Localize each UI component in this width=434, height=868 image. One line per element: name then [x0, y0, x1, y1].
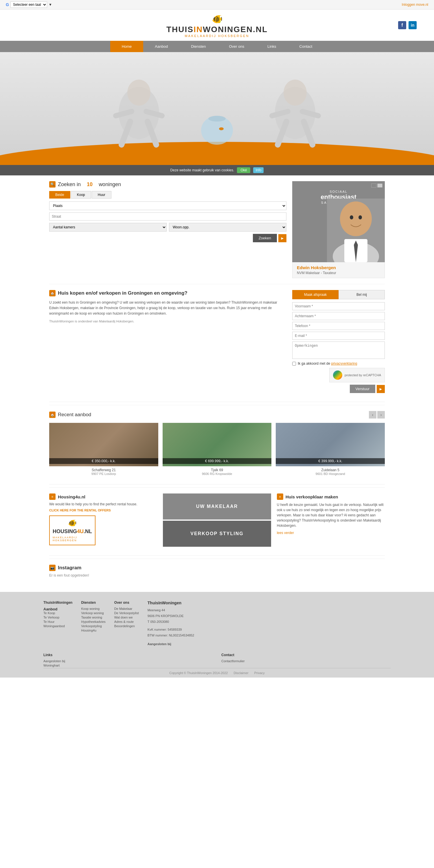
footer-overons-verkoopstylist[interactable]: De Verkoopstylist — [114, 611, 139, 615]
view-btn-1[interactable] — [371, 184, 376, 188]
nav-item-home[interactable]: Home — [110, 41, 144, 52]
property-card-1[interactable]: € 350.000,- k.k. Schafferweg 21 9907 PE … — [49, 423, 158, 475]
form-tab-call[interactable]: Bel mij — [339, 290, 385, 299]
privacy-checkbox[interactable] — [292, 362, 296, 366]
email-input[interactable] — [292, 332, 385, 340]
footer-contactformulier[interactable]: Contactformulier — [221, 659, 391, 663]
instagram-error: Er is een fout opgetreden! — [49, 574, 385, 578]
search-rooms-select[interactable]: Aantal kamers — [49, 223, 167, 231]
bottom-sections: ≡ Housing4u.nl We would like to help you… — [49, 487, 385, 553]
buy-sell-note: ThuisInWoningen is onderdeel van Makelaa… — [49, 319, 286, 324]
search-button[interactable]: Zoeken — [253, 234, 277, 242]
footer-diensten-koop[interactable]: Koop woning — [81, 607, 105, 611]
svg-point-16 — [340, 202, 372, 236]
lastname-input[interactable] — [292, 312, 385, 320]
housing4u-link[interactable]: CLICK HERE FOR THE RENTAL OFFERS — [49, 508, 157, 512]
footer-diensten-styling[interactable]: Verkoopstyling — [81, 624, 105, 628]
search-tab-rent[interactable]: Huur — [92, 191, 112, 198]
nav-item-aanbod[interactable]: Aanbod — [143, 41, 179, 52]
nav-item-links[interactable]: Links — [256, 41, 288, 52]
search-street-input[interactable] — [49, 212, 286, 221]
google-translate[interactable]: G Selecteer een taal ▼ — [6, 1, 52, 8]
property-card-3[interactable]: € 399.999,- k.k. Zuidelaan 5 9601 BD Hoo… — [276, 423, 385, 475]
search-place-select[interactable]: Plaats — [49, 202, 286, 210]
logo[interactable]: 🐠 THUISINWONINGEN.NL MAKELAARDIJ HOKSBER… — [166, 14, 268, 38]
footer-link-aangesloten[interactable]: Aangesloten bij — [43, 659, 213, 663]
nav-item-over-ons[interactable]: Over ons — [217, 41, 256, 52]
footer-diensten-taxatie[interactable]: Taxatie woning — [81, 616, 105, 619]
carousel-next-button[interactable]: › — [377, 411, 385, 418]
huis-verkoop-icon: ≡ — [277, 494, 283, 500]
housing4u-logo[interactable]: 🐠 HOUSING4U.NL MAKELAARDIJ HOKSBERGEN — [49, 516, 95, 545]
agent-sociaal: SOCIAAL — [292, 190, 385, 193]
footer-item-huur[interactable]: Te Huur — [43, 620, 72, 623]
makelaar-image-text: UW MAKELAAR — [196, 504, 238, 509]
nav-item-contact[interactable]: Contact — [288, 41, 324, 52]
submit-arrow-button[interactable]: ► — [377, 385, 385, 393]
property-card-2[interactable]: € 699.999,- k.k. Tjalk 69 9606 RG Kropsw… — [163, 423, 272, 475]
footer-contact-col: ThuisInWoningen Meerweg 44 9606 PN KROPS… — [148, 600, 391, 647]
search-section: 🔍 Zoeken in 10 woningen Beide Koop Huur … — [49, 181, 286, 278]
housing4u-text: We would like to help you to find the pe… — [49, 502, 157, 506]
top-bar: G Selecteer een taal ▼ Inloggen move.nl — [0, 0, 434, 9]
footer-diensten-housing4u[interactable]: Housing4u — [81, 629, 105, 632]
footer-aangesloten: Aangesloten bij — [148, 641, 391, 647]
footer-item-verkoop[interactable]: Te Verkoop — [43, 616, 72, 619]
recaptcha-box: protected by reCAPTCHA — [329, 368, 385, 382]
facebook-icon[interactable]: f — [398, 21, 406, 29]
verkoop-image[interactable]: VERKOOP STYLING — [163, 521, 271, 547]
instagram-title: 📷 Instagram — [49, 565, 385, 571]
submit-row: Verstuur ► — [292, 385, 385, 393]
footer-overons-beoordelingen[interactable]: Beoordelingen — [114, 624, 139, 628]
property-city-2: 9606 RG Kropswolde — [163, 472, 272, 475]
search-living-select[interactable]: Woon.opp. — [169, 223, 286, 231]
makelaar-image[interactable]: UW MAKELAAR — [163, 494, 271, 520]
cookie-ok-button[interactable]: Oké — [237, 167, 250, 173]
buy-sell-title: 🏠 Huis kopen en/of verkopen in Groningen… — [49, 290, 286, 297]
lees-verder-link[interactable]: lees verder — [277, 531, 294, 535]
remarks-input[interactable] — [292, 342, 385, 359]
footer-item-koop[interactable]: Te Koop — [43, 611, 72, 615]
view-btn-2[interactable] — [377, 184, 382, 188]
language-select[interactable]: Selecteer een taal — [10, 1, 47, 8]
firstname-input[interactable] — [292, 302, 385, 310]
linkedin-icon[interactable]: in — [408, 21, 416, 29]
footer-overons-adres[interactable]: Adres & route — [114, 620, 139, 623]
footer-links-list: Aangesloten bij Woninghart — [43, 659, 213, 667]
phone-input[interactable] — [292, 322, 385, 330]
footer-aanbod-list: Aanbod Te Koop Te Verkoop Te Huur Woning… — [43, 607, 72, 628]
search-arrow-button[interactable]: ► — [278, 234, 286, 242]
login-link[interactable]: Inloggen move.nl — [402, 3, 428, 7]
submit-button[interactable]: Verstuur — [350, 385, 375, 393]
footer-overons-col: Over ons De Makelaar De Verkoopstylist W… — [114, 600, 139, 647]
footer-diensten-hypotheek[interactable]: Hypotheekadvies — [81, 620, 105, 623]
privacy-link[interactable]: privacyverklaring — [331, 362, 357, 366]
privacy-checkbox-row: Ik ga akkoord met de privacyverklaring — [292, 362, 385, 366]
nav-item-diensten[interactable]: Diensten — [179, 41, 217, 52]
search-tab-buy[interactable]: Koop — [71, 191, 91, 198]
carousel-prev-button[interactable]: ‹ — [369, 411, 376, 418]
property-price-1: € 350.000,- k.k. — [49, 458, 158, 464]
footer-privacy-link[interactable]: Privacy — [254, 671, 265, 675]
footer-link-woninghart[interactable]: Woninghart — [43, 664, 213, 667]
recaptcha-text: protected by reCAPTCHA — [345, 373, 381, 377]
huis-verkoop-text: U heeft de keuze gemaakt. Uw huis gaat i… — [277, 502, 385, 528]
footer-item-woningaanbod[interactable]: Woningaanbod — [43, 624, 72, 628]
form-tab-appointment[interactable]: Maak afspraak — [292, 290, 339, 299]
footer-copyright: Copyright © ThuisInWoningen 2014-2022 — [169, 671, 228, 675]
footer-overons-title: Over ons — [114, 600, 139, 604]
search-tab-both[interactable]: Beide — [49, 191, 70, 198]
firstname-field — [292, 302, 385, 310]
property-image-3: € 399.999,- k.k. — [276, 423, 385, 466]
footer-brand-title: ThuisInWoningen — [43, 600, 72, 604]
footer-overons-makelaar[interactable]: De Makelaar — [114, 607, 139, 611]
footer-overons-watdoenwe[interactable]: Wat doen we — [114, 616, 139, 619]
main-nav: Home Aanbod Diensten Over ons Links Cont… — [0, 41, 434, 52]
footer-diensten-verkoop[interactable]: Verkoop woning — [81, 611, 105, 615]
cookie-info-button[interactable]: Info — [253, 167, 264, 173]
housing4u-section: ≡ Housing4u.nl We would like to help you… — [49, 494, 157, 547]
footer-disclaimer-link[interactable]: Disclaimer — [234, 671, 248, 675]
cookie-bar: Deze website maakt gebruik van cookies. … — [0, 165, 434, 176]
instagram-icon: 📷 — [49, 565, 56, 571]
property-address-3: Zuidelaan 5 — [276, 468, 385, 472]
